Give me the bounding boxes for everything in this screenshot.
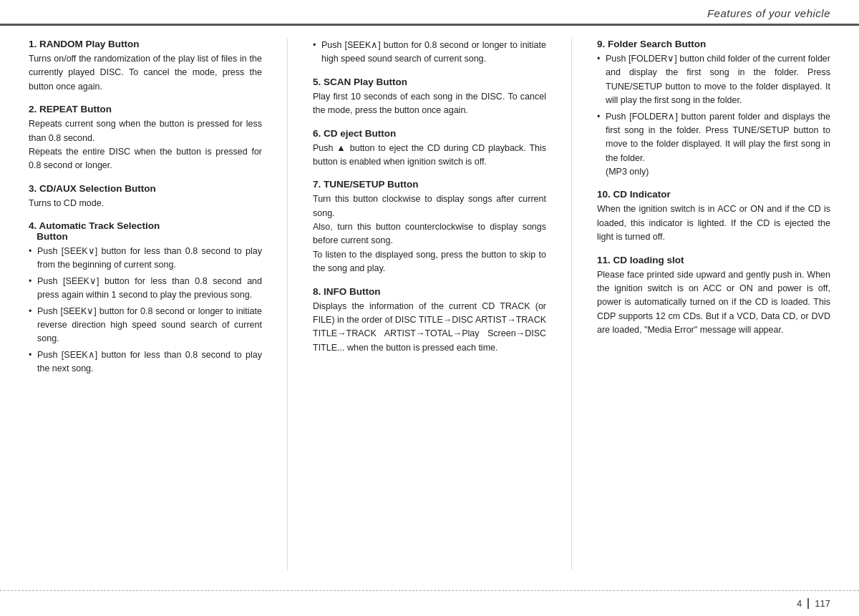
- section-4-title: 4. Automatic Track Selection Button: [29, 220, 262, 242]
- header-title: Features of your vehicle: [707, 7, 830, 19]
- section-random-play: 1. RANDOM Play Button Turns on/off the r…: [29, 39, 262, 94]
- section-5-body: Play first 10 seconds of each song in th…: [313, 90, 546, 118]
- main-content: 1. RANDOM Play Button Turns on/off the r…: [0, 26, 859, 577]
- left-column: 1. RANDOM Play Button Turns on/off the r…: [29, 39, 262, 570]
- section-2-title: 2. REPEAT Button: [29, 104, 262, 114]
- section-cd-indicator: 10. CD Indicator When the ignition switc…: [597, 189, 830, 244]
- section-auto-track: 4. Automatic Track Selection Button Push…: [29, 220, 262, 376]
- divider-left-mid: [287, 39, 288, 570]
- divider-mid-right: [571, 39, 572, 570]
- section-11-title: 11. CD loading slot: [597, 255, 830, 265]
- section-cd-eject: 6. CD eject Button Push ▲ button to ejec…: [313, 128, 546, 170]
- section-5-title: 5. SCAN Play Button: [313, 77, 546, 87]
- page-header: Features of your vehicle: [0, 0, 859, 26]
- section-3-title: 3. CD/AUX Selection Button: [29, 183, 262, 194]
- section-9-title: 9. Folder Search Button: [597, 39, 830, 49]
- page-container: Features of your vehicle 1. RANDOM Play …: [0, 0, 859, 616]
- section-7-title: 7. TUNE/SETUP Button: [313, 179, 546, 190]
- section-8-body: Displays the information of the current …: [313, 300, 546, 356]
- section-10-title: 10. CD Indicator: [597, 189, 830, 200]
- bullet-9-1: Push [FOLDER∨] button child folder of th…: [597, 52, 830, 108]
- middle-column: Push [SEEK∧] button for 0.8 second or lo…: [313, 39, 546, 570]
- chapter-number: 4: [797, 598, 809, 609]
- section-6-title: 6. CD eject Button: [313, 128, 546, 139]
- section-4-bullets: Push [SEEK∨] button for less than 0.8 se…: [29, 245, 262, 376]
- right-column: 9. Folder Search Button Push [FOLDER∨] b…: [597, 39, 830, 570]
- section-3-body: Turns to CD mode.: [29, 197, 262, 210]
- section-1-body: Turns on/off the randomization of the pl…: [29, 52, 262, 94]
- section-tune-setup: 7. TUNE/SETUP Button Turn this button cl…: [313, 179, 546, 275]
- section-repeat: 2. REPEAT Button Repeats current song wh…: [29, 104, 262, 173]
- section-10-body: When the ignition switch is in ACC or ON…: [597, 202, 830, 244]
- section-info: 8. INFO Button Displays the information …: [313, 286, 546, 356]
- bullet-4-4: Push [SEEK∧] button for less than 0.8 se…: [29, 348, 262, 376]
- bullet-4-5: Push [SEEK∧] button for 0.8 second or lo…: [313, 39, 546, 67]
- section-folder-search: 9. Folder Search Button Push [FOLDER∨] b…: [597, 39, 830, 179]
- section-cdaux: 3. CD/AUX Selection Button Turns to CD m…: [29, 183, 262, 210]
- section-4-cont: Push [SEEK∧] button for 0.8 second or lo…: [313, 39, 546, 67]
- page-number: 4 117: [797, 598, 830, 609]
- section-cd-loading: 11. CD loading slot Please face printed …: [597, 255, 830, 338]
- bullet-9-2: Push [FOLDER∧] button parent folder and …: [597, 110, 830, 180]
- bullet-4-1: Push [SEEK∨] button for less than 0.8 se…: [29, 245, 262, 273]
- section-6-body: Push ▲ button to eject the CD during CD …: [313, 142, 546, 170]
- section-7-body: Turn this button clockwise to display so…: [313, 192, 546, 275]
- section-11-body: Please face printed side upward and gent…: [597, 268, 830, 338]
- bullet-4-2: Push [SEEK∨] button for less than 0.8 se…: [29, 275, 262, 303]
- section-9-bullets: Push [FOLDER∨] button child folder of th…: [597, 52, 830, 179]
- bullet-4-3: Push [SEEK∨] button for 0.8 second or lo…: [29, 305, 262, 346]
- page-footer: 4 117: [0, 590, 859, 616]
- section-8-title: 8. INFO Button: [313, 286, 546, 297]
- section-scan: 5. SCAN Play Button Play first 10 second…: [313, 77, 546, 118]
- section-2-body: Repeats current song when the button is …: [29, 117, 262, 173]
- page-num: 117: [815, 598, 830, 609]
- section-1-title: 1. RANDOM Play Button: [29, 39, 262, 49]
- section-4-cont-bullets: Push [SEEK∧] button for 0.8 second or lo…: [313, 39, 546, 67]
